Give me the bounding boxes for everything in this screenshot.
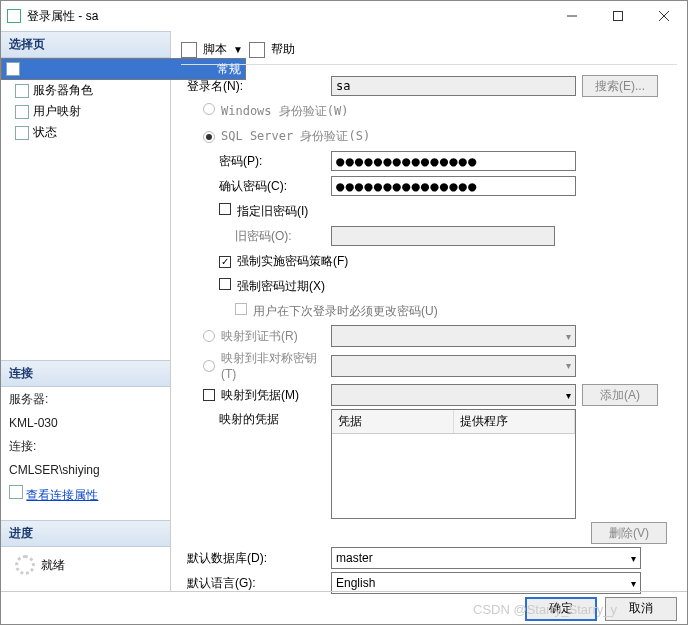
mapped-creds-label: 映射的凭据 [181, 409, 331, 428]
progress-spinner-icon [15, 555, 35, 575]
chevron-down-icon: ▾ [566, 331, 571, 342]
progress-header: 进度 [1, 520, 170, 547]
default-lang-label: 默认语言(G): [181, 575, 331, 592]
page-icon [15, 84, 29, 98]
search-button: 搜索(E)... [582, 75, 658, 97]
chevron-down-icon: ▾ [566, 390, 571, 401]
add-button: 添加(A) [582, 384, 658, 406]
enforce-policy-checkbox[interactable] [219, 256, 231, 268]
dialog-footer: CSDN @Starry_Starry_y 确定 取消 [1, 591, 687, 625]
login-name-label: 登录名(N): [181, 78, 331, 95]
confirm-password-input[interactable] [331, 176, 576, 196]
old-password-input [331, 226, 555, 246]
default-db-label: 默认数据库(D): [181, 550, 331, 567]
connection-header: 连接 [1, 360, 170, 387]
remove-button: 删除(V) [591, 522, 667, 544]
nav-status[interactable]: 状态 [1, 122, 170, 143]
view-connection-link[interactable]: 查看连接属性 [26, 488, 98, 502]
app-icon [7, 9, 21, 23]
old-password-label: 旧密码(O): [181, 228, 331, 245]
ok-button[interactable]: 确定 [525, 597, 597, 621]
title-bar: 登录属性 - sa [1, 1, 687, 31]
content-pane: 脚本 ▼ 帮助 登录名(N): 搜索(E)... Windows 身份验证(W)… [171, 31, 687, 591]
help-button[interactable]: 帮助 [271, 41, 295, 58]
toolbar: 脚本 ▼ 帮助 [181, 39, 677, 65]
map-cred-checkbox[interactable] [203, 389, 215, 401]
minimize-button[interactable] [549, 1, 595, 31]
col-provider: 提供程序 [454, 410, 576, 433]
credentials-table[interactable]: 凭据提供程序 [331, 409, 576, 519]
password-input[interactable] [331, 151, 576, 171]
help-icon [249, 42, 265, 58]
cancel-button[interactable]: 取消 [605, 597, 677, 621]
nav-user-mapping[interactable]: 用户映射 [1, 101, 170, 122]
page-icon [9, 485, 23, 499]
chevron-down-icon: ▾ [566, 360, 571, 371]
must-change-checkbox [235, 303, 247, 315]
radio-sql-auth [203, 131, 215, 143]
radio-windows-auth [203, 103, 215, 115]
radio-map-cert [203, 330, 215, 342]
svg-rect-1 [614, 12, 623, 21]
akey-select: ▾ [331, 355, 576, 377]
specify-old-pwd-checkbox[interactable] [219, 203, 231, 215]
login-name-input[interactable] [331, 76, 576, 96]
server-label: 服务器: [1, 387, 170, 412]
nav-server-roles[interactable]: 服务器角色 [1, 80, 170, 101]
col-credential: 凭据 [332, 410, 454, 433]
connection-label: 连接: [1, 434, 170, 459]
page-icon [15, 126, 29, 140]
page-icon [15, 105, 29, 119]
confirm-password-label: 确认密码(C): [181, 178, 331, 195]
connection-value: CMLSER\shiying [1, 459, 170, 481]
page-icon [6, 62, 20, 76]
script-icon [181, 42, 197, 58]
default-db-select[interactable]: master▾ [331, 547, 641, 569]
left-pane: 选择页 常规 服务器角色 用户映射 状态 连接 服务器: KML-030 连接:… [1, 31, 171, 591]
progress-status: 就绪 [41, 557, 65, 574]
radio-map-akey [203, 360, 215, 372]
chevron-down-icon: ▾ [631, 553, 636, 564]
window-title: 登录属性 - sa [27, 8, 549, 25]
password-label: 密码(P): [181, 153, 331, 170]
script-dropdown-icon[interactable]: ▼ [233, 44, 243, 55]
maximize-button[interactable] [595, 1, 641, 31]
cred-select[interactable]: ▾ [331, 384, 576, 406]
cert-select: ▾ [331, 325, 576, 347]
chevron-down-icon: ▾ [631, 578, 636, 589]
enforce-expire-checkbox[interactable] [219, 278, 231, 290]
server-value: KML-030 [1, 412, 170, 434]
select-page-header: 选择页 [1, 31, 170, 58]
script-button[interactable]: 脚本 [203, 41, 227, 58]
close-button[interactable] [641, 1, 687, 31]
